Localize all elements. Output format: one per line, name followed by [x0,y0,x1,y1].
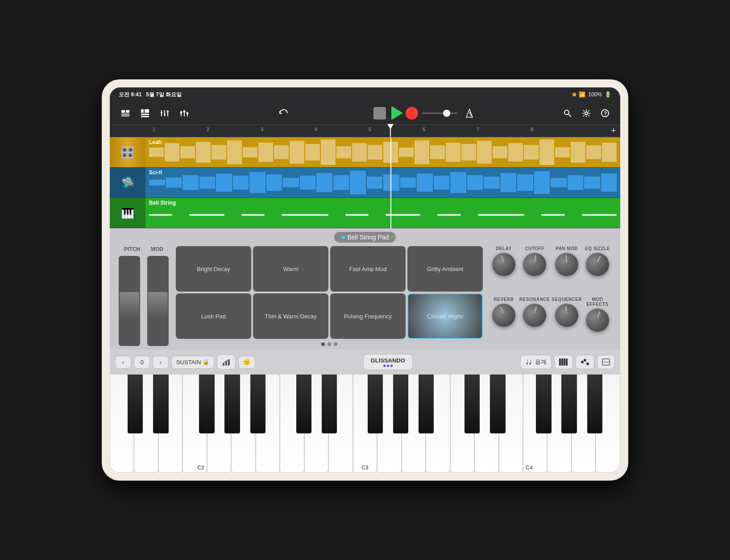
settings-button[interactable] [578,106,594,120]
add-track-icon[interactable]: + [611,126,616,136]
octave-prev-button[interactable]: ‹ [115,356,131,369]
instrument-header: Bell String Pad [110,228,620,246]
pitch-slider[interactable] [119,256,140,346]
track-icon-bell: 🎹 [116,202,139,225]
metronome-button[interactable] [461,106,478,121]
arpeggiator-button[interactable] [217,354,236,370]
piano-key-black-14[interactable] [561,375,577,433]
octave-value[interactable]: 0 [134,356,150,369]
glissando-dots [383,365,393,367]
piano-key-black-6[interactable] [296,375,311,433]
ipad-frame: 오전 9:41 5월 7일 화요일 📶 100% 🔋 [102,79,628,481]
piano-key-black-15[interactable] [587,375,602,433]
preset-dot-2[interactable] [328,342,331,346]
tracks-area: 🎛️ Leah [110,137,620,228]
battery-percent: 100% [588,91,602,98]
preset-thin-warm-decay[interactable]: Thin & Warm Decay [253,293,328,339]
search-button[interactable] [560,106,576,120]
preset-dot-1[interactable] [321,342,325,346]
piano-key-black-12[interactable] [490,375,505,433]
g-dot-1 [383,365,386,367]
track-content-scifi[interactable]: Sci-fi [145,168,620,198]
ipad-screen: 오전 9:41 5월 7일 화요일 📶 100% 🔋 [110,87,620,473]
knob-sequencer[interactable] [555,304,578,327]
knob-resonance[interactable] [523,304,546,327]
preset-gritty-ambient[interactable]: Gritty Ambient [407,246,483,292]
tempo-thumb[interactable] [443,110,450,117]
tempo-slider[interactable] [422,112,457,114]
preset-lush-pad[interactable]: Lush Pad [176,293,251,339]
chord-button[interactable] [576,355,594,369]
svg-point-19 [187,112,189,114]
piano-key-black-7[interactable] [322,375,337,433]
svg-rect-1 [126,110,129,113]
svg-point-35 [581,361,584,363]
track-content-leah[interactable]: Leah [145,137,620,167]
glissando-button[interactable]: GLISSANDO [363,354,413,370]
piano-key-black-4[interactable] [224,375,240,433]
knob-delay[interactable] [492,253,515,276]
mixer-button[interactable] [156,106,173,121]
preset-chaotic-highs[interactable]: Choatic Highs [407,293,483,339]
svg-rect-4 [141,109,144,113]
mod-slider[interactable] [147,256,169,346]
track-header-leah[interactable]: 🎛️ [110,137,145,167]
track-header-scifi[interactable]: 🛸 [110,168,145,198]
piano-roll-view-button[interactable] [554,355,573,369]
instrument-badge[interactable]: Bell String Pad [334,232,396,243]
play-button[interactable] [389,106,403,120]
octave-next-button[interactable]: › [153,356,169,369]
preset-pulsing-frequency[interactable]: Pulsing Frequency [330,293,406,339]
stop-button[interactable] [373,107,386,119]
knob-eqsizzle[interactable] [586,253,609,276]
knob-panmod[interactable] [555,253,578,276]
piano-key-black-9[interactable] [393,375,408,433]
instrument-section: Bell String Pad PITCH MOD [110,228,620,350]
piano-key-black-11[interactable] [465,375,480,433]
knob-label-modeffects: MOD EFFECTS [584,297,611,307]
record-button[interactable] [406,107,418,119]
svg-rect-13 [167,111,169,112]
preset-fast-amp-mod[interactable]: Fast Amp Mod [330,246,406,292]
playhead[interactable] [390,125,391,137]
status-date: 5월 7일 화요일 [146,91,182,99]
track-header-bell[interactable]: 🎹 [110,198,145,228]
preset-dot-3[interactable] [334,342,337,346]
piano-key-black-2[interactable] [153,375,168,433]
ruler-mark-6: 6 [423,127,425,132]
knob-reverb[interactable] [492,304,515,327]
track-content-bell[interactable]: Bell String [145,198,620,228]
ruler-mark-5: 5 [369,127,371,132]
undo-button[interactable] [274,106,291,121]
sustain-button[interactable]: SUSTAIN 🔒 [171,356,214,369]
svg-rect-33 [564,358,565,366]
piano-key-black-10[interactable] [419,375,434,433]
knob-modeffects[interactable] [586,309,609,332]
piano-key-black-3[interactable] [199,375,214,433]
status-right: 📶 100% 🔋 [572,91,611,98]
waveform-scifi [145,168,620,198]
piano-key-black-13[interactable] [536,375,551,433]
preset-bright-decay[interactable]: Bright Decay [176,246,251,292]
pitch-slider-thumb[interactable] [120,292,139,319]
emoji-button[interactable]: 🙂 [238,356,255,369]
chevron-left-icon: ‹ [122,359,124,366]
track-icon-scifi: 🛸 [116,171,139,194]
eq-button[interactable] [176,106,193,121]
knob-group-resonance: RESONANCE [519,297,550,346]
piano-key-black-5[interactable] [250,375,265,433]
scale-toggle-button[interactable] [597,355,615,369]
new-track-button[interactable] [117,106,134,121]
view-toggle-button[interactable] [137,106,153,121]
mod-slider-thumb[interactable] [148,292,168,319]
preset-warm[interactable]: Warm [253,246,328,292]
piano-key-black-1[interactable] [128,375,143,433]
help-button[interactable]: ? [597,106,613,120]
piano-key-black-8[interactable] [368,375,383,433]
waveform-leah [145,137,620,167]
knob-cutoff[interactable] [523,253,546,276]
track-leah: 🎛️ Leah [110,137,620,168]
notes-button[interactable]: ♩♩ 음계 [520,355,552,369]
tempo-track [422,112,457,114]
svg-rect-3 [121,115,129,116]
